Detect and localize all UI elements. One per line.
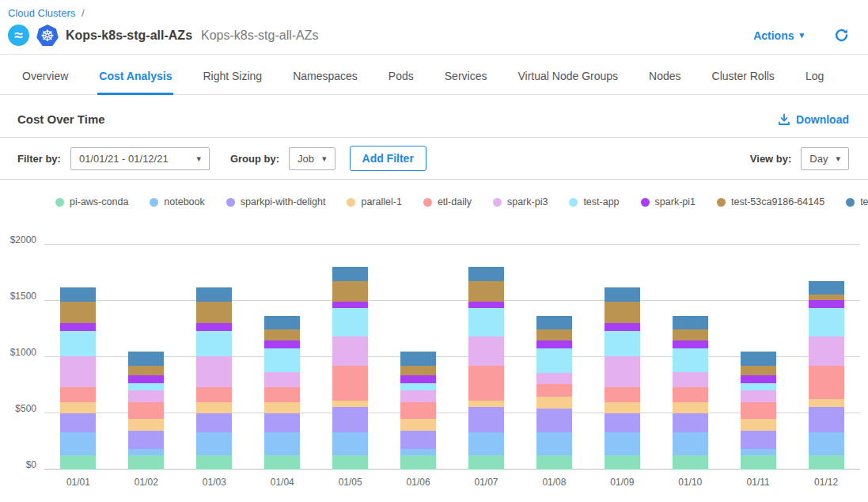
bar-segment-parallel-1[interactable]: [264, 402, 300, 413]
bar-segment-spark-pi1[interactable]: [741, 375, 776, 383]
bar-segment-test-53ca9186-64145[interactable]: [673, 329, 708, 340]
bar-segment-parallel-1[interactable]: [196, 402, 232, 413]
bar-segment-test-pkix[interactable]: [741, 352, 776, 366]
bar-segment-parallel-1[interactable]: [60, 402, 96, 413]
bar-segment-notebook[interactable]: [605, 432, 640, 455]
bar-segment-notebook[interactable]: [400, 449, 436, 454]
bar-segment-test-53ca9186-64145[interactable]: [332, 281, 368, 302]
bar-segment-spark-pi1[interactable]: [400, 375, 436, 383]
bar-segment-test-app[interactable]: [332, 308, 368, 337]
bar-segment-etl-daily[interactable]: [468, 366, 504, 401]
bar-segment-sparkpi-with-delight[interactable]: [128, 431, 164, 449]
bar-segment-etl-daily[interactable]: [673, 387, 708, 402]
bar-segment-test-app[interactable]: [128, 383, 164, 390]
bar-segment-test-53ca9186-64145[interactable]: [196, 302, 232, 324]
bar-segment-etl-daily[interactable]: [196, 387, 232, 402]
bar-segment-test-pkix[interactable]: [196, 287, 232, 302]
bar-segment-test-pkix[interactable]: [605, 287, 640, 302]
bar-segment-test-pkix[interactable]: [60, 287, 96, 302]
bar-segment-test-53ca9186-64145[interactable]: [400, 366, 436, 375]
bar-segment-test-pkix[interactable]: [128, 352, 164, 366]
bar-segment-test-pkix[interactable]: [673, 316, 708, 330]
bar-segment-test-53ca9186-64145[interactable]: [60, 302, 96, 324]
bar-segment-spark-pi3[interactable]: [60, 356, 96, 386]
bar-segment-notebook[interactable]: [264, 432, 300, 454]
bar-segment-test-app[interactable]: [60, 331, 96, 356]
bar-segment-parallel-1[interactable]: [741, 419, 776, 431]
tab-cost-analysis[interactable]: Cost Analysis: [97, 55, 173, 95]
bar-segment-parallel-1[interactable]: [128, 419, 164, 431]
bar-segment-parallel-1[interactable]: [400, 419, 436, 431]
bar-segment-pi-aws-conda[interactable]: [536, 455, 572, 470]
bar-segment-sparkpi-with-delight[interactable]: [605, 413, 640, 432]
bar-segment-notebook[interactable]: [741, 449, 776, 454]
bar-segment-sparkpi-with-delight[interactable]: [196, 413, 232, 432]
bar-segment-etl-daily[interactable]: [809, 366, 844, 400]
tab-log[interactable]: Log: [804, 55, 825, 95]
view-by-select[interactable]: Day ▾: [801, 147, 849, 170]
legend-item-spark-pi3[interactable]: spark-pi3: [493, 196, 548, 207]
bar-segment-pi-aws-conda[interactable]: [128, 455, 164, 470]
bar-segment-parallel-1[interactable]: [809, 399, 844, 406]
bar-segment-spark-pi1[interactable]: [605, 323, 640, 331]
bar-segment-sparkpi-with-delight[interactable]: [536, 409, 572, 433]
bar-segment-test-app[interactable]: [809, 308, 844, 337]
bar-segment-spark-pi3[interactable]: [128, 390, 164, 402]
bar-segment-spark-pi3[interactable]: [468, 337, 504, 366]
bar-segment-spark-pi3[interactable]: [605, 356, 640, 386]
bar-segment-sparkpi-with-delight[interactable]: [264, 413, 300, 432]
bar-segment-test-app[interactable]: [741, 383, 776, 390]
bar-segment-test-app[interactable]: [400, 383, 436, 390]
download-button[interactable]: Download: [778, 113, 849, 126]
bar-segment-etl-daily[interactable]: [741, 402, 776, 419]
bar-segment-pi-aws-conda[interactable]: [196, 455, 232, 470]
bar-segment-test-pkix[interactable]: [332, 267, 368, 280]
bar-segment-pi-aws-conda[interactable]: [60, 455, 96, 470]
bar-segment-pi-aws-conda[interactable]: [400, 455, 436, 470]
bar-segment-test-53ca9186-64145[interactable]: [741, 366, 776, 375]
bar-segment-pi-aws-conda[interactable]: [468, 455, 504, 470]
bar-segment-test-app[interactable]: [264, 348, 300, 373]
legend-item-pi-aws-conda[interactable]: pi-aws-conda: [55, 196, 128, 207]
bar-segment-test-53ca9186-64145[interactable]: [264, 329, 300, 340]
group-by-select[interactable]: Job ▾: [289, 147, 335, 170]
bar-segment-etl-daily[interactable]: [264, 387, 300, 402]
bar-segment-notebook[interactable]: [128, 449, 164, 454]
bar-segment-spark-pi1[interactable]: [536, 340, 572, 348]
bar-segment-sparkpi-with-delight[interactable]: [468, 407, 504, 432]
bar-segment-spark-pi1[interactable]: [673, 340, 708, 348]
bar-segment-test-pkix[interactable]: [536, 316, 572, 330]
bar-segment-spark-pi3[interactable]: [332, 337, 368, 366]
bar-segment-spark-pi3[interactable]: [536, 373, 572, 384]
bar-segment-notebook[interactable]: [809, 432, 844, 454]
bar-segment-test-pkix[interactable]: [264, 316, 300, 330]
bar-segment-parallel-1[interactable]: [468, 401, 504, 408]
legend-item-test-app[interactable]: test-app: [569, 196, 619, 207]
legend-item-spark-pi1[interactable]: spark-pi1: [641, 196, 696, 207]
bar-segment-test-pkix[interactable]: [400, 352, 436, 366]
bar-segment-sparkpi-with-delight[interactable]: [741, 431, 776, 449]
legend-item-parallel-1[interactable]: parallel-1: [347, 196, 401, 207]
bar-segment-spark-pi1[interactable]: [60, 323, 96, 331]
bar-segment-etl-daily[interactable]: [332, 366, 368, 401]
actions-button[interactable]: Actions ▾: [753, 29, 804, 42]
bar-segment-test-pkix[interactable]: [809, 281, 844, 295]
bar-segment-notebook[interactable]: [673, 432, 708, 454]
bar-segment-test-app[interactable]: [468, 308, 504, 337]
bar-segment-notebook[interactable]: [196, 432, 232, 455]
bar-segment-sparkpi-with-delight[interactable]: [60, 413, 96, 432]
bar-segment-test-53ca9186-64145[interactable]: [536, 329, 572, 340]
bar-segment-parallel-1[interactable]: [332, 401, 368, 408]
bar-segment-test-53ca9186-64145[interactable]: [809, 295, 844, 301]
bar-segment-pi-aws-conda[interactable]: [264, 455, 300, 470]
bar-segment-spark-pi3[interactable]: [400, 390, 436, 402]
bar-segment-spark-pi1[interactable]: [196, 323, 232, 331]
bar-segment-spark-pi1[interactable]: [264, 340, 300, 348]
bar-segment-etl-daily[interactable]: [60, 387, 96, 402]
bar-segment-parallel-1[interactable]: [536, 397, 572, 409]
bar-segment-pi-aws-conda[interactable]: [332, 455, 368, 470]
bar-segment-sparkpi-with-delight[interactable]: [673, 413, 708, 432]
bar-segment-test-app[interactable]: [196, 331, 232, 356]
tab-cluster-rolls[interactable]: Cluster Rolls: [711, 55, 776, 95]
bar-segment-test-53ca9186-64145[interactable]: [605, 302, 640, 324]
